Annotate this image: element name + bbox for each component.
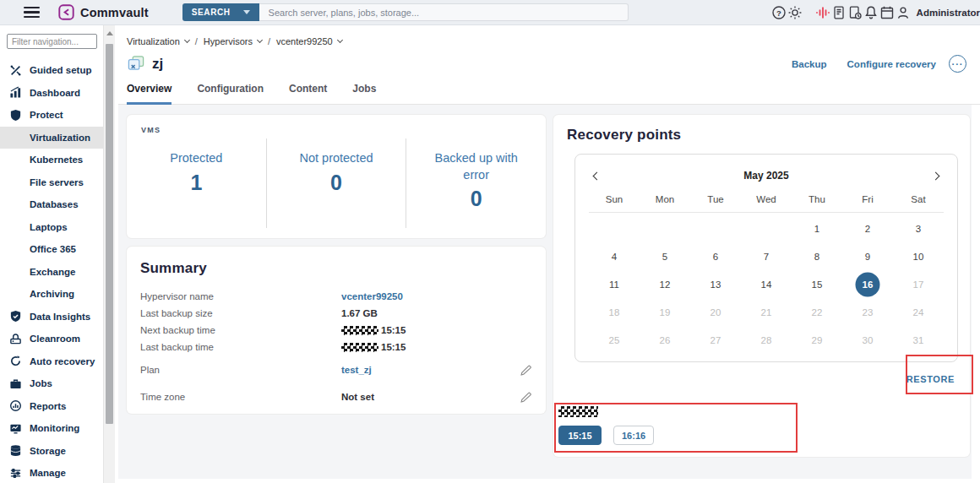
breadcrumb-item-virtualization[interactable]: Virtualization xyxy=(127,36,189,46)
calendar-day-4[interactable]: 4 xyxy=(589,242,640,270)
tab-configuration[interactable]: Configuration xyxy=(197,83,264,105)
calendar-day-12[interactable]: 12 xyxy=(640,270,690,298)
calendar-day-empty xyxy=(690,214,741,242)
summary-row-value[interactable]: vcenter99250 xyxy=(341,291,403,301)
user-menu[interactable]: Administrator xyxy=(917,8,980,18)
sidebar-item-label: File servers xyxy=(30,177,84,187)
calendar-day-6[interactable]: 6 xyxy=(690,242,741,270)
tab-jobs[interactable]: Jobs xyxy=(352,83,376,105)
restore-button[interactable]: RESTORE xyxy=(906,374,955,384)
menu-icon[interactable] xyxy=(24,7,40,18)
tools-icon xyxy=(9,64,22,77)
sidebar-item-auto-recovery[interactable]: Auto recovery xyxy=(0,350,103,373)
sidebar-item-jobs[interactable]: Jobs xyxy=(0,372,103,395)
calendar-day-10[interactable]: 10 xyxy=(893,242,944,270)
sidebar-item-label: Reports xyxy=(30,401,66,411)
document-clock-icon[interactable] xyxy=(847,5,863,20)
configure-recovery-button[interactable]: Configure recovery xyxy=(847,59,936,69)
calendar-day-13[interactable]: 13 xyxy=(690,270,741,298)
calendar-day-7[interactable]: 7 xyxy=(741,242,792,270)
calendar-day-30: 30 xyxy=(842,326,893,354)
sidebar-item-reports[interactable]: Reports xyxy=(0,395,103,418)
sidebar-item-databases[interactable]: Databases xyxy=(0,193,103,216)
content-area: VMS Protected1Not protected0Backed up wi… xyxy=(118,105,972,479)
breadcrumb-item-vcenter99250[interactable]: vcenter99250 xyxy=(276,36,342,46)
calendar-day-29: 29 xyxy=(792,326,842,354)
sidebar-scrollbar-thumb[interactable] xyxy=(106,44,113,424)
sidebar-item-label: Databases xyxy=(30,199,79,209)
sidebar-item-label: Archiving xyxy=(30,289,74,299)
calendar-day-14[interactable]: 14 xyxy=(741,270,792,298)
summary-row-label: Next backup time xyxy=(140,325,341,335)
backup-button[interactable]: Backup xyxy=(792,59,827,69)
events-icon[interactable] xyxy=(879,5,895,20)
sidebar-item-file-servers[interactable]: File servers xyxy=(0,171,103,194)
sidebar-item-cleanroom[interactable]: Cleanroom xyxy=(0,328,103,350)
calendar-day-5[interactable]: 5 xyxy=(640,242,690,270)
sidebar-item-laptops[interactable]: Laptops xyxy=(0,216,103,239)
page-title: zj xyxy=(152,56,163,73)
sliders-icon xyxy=(9,467,22,480)
summary-row-value[interactable]: test_zj xyxy=(341,365,372,375)
calendar-day-2[interactable]: 2 xyxy=(842,214,893,242)
calendar-day-11[interactable]: 11 xyxy=(589,270,640,298)
tab-content[interactable]: Content xyxy=(289,83,327,105)
calendar-day-20: 20 xyxy=(690,298,741,326)
sidebar-item-label: Virtualization xyxy=(30,133,90,143)
sidebar-scrollbar[interactable] xyxy=(103,25,115,483)
sidebar-item-virtualization[interactable]: Virtualization xyxy=(0,127,103,149)
sidebar-item-dashboard[interactable]: Dashboard xyxy=(0,82,103,105)
calendar-day-3[interactable]: 3 xyxy=(893,214,944,242)
filter-navigation-input[interactable] xyxy=(7,34,97,49)
user-icon[interactable] xyxy=(896,5,911,20)
svg-text:?: ? xyxy=(776,8,781,17)
next-month-button[interactable] xyxy=(928,167,944,183)
prev-month-button[interactable] xyxy=(589,167,605,183)
calendar-day-16[interactable]: 16 xyxy=(842,270,893,298)
vms-stat-label: Protected xyxy=(170,150,222,167)
chevron-right-icon xyxy=(932,172,940,181)
more-actions-button[interactable] xyxy=(949,55,966,73)
global-search-input[interactable] xyxy=(259,3,629,21)
notifications-icon[interactable] xyxy=(863,5,879,20)
calendar-day-25: 25 xyxy=(589,326,640,354)
calendar-day-1[interactable]: 1 xyxy=(792,214,842,242)
breadcrumb-item-hypervisors[interactable]: Hypervisors xyxy=(204,36,262,46)
tab-overview[interactable]: Overview xyxy=(127,83,172,105)
sidebar-item-storage[interactable]: Storage xyxy=(0,440,103,463)
sidebar-item-label: Protect xyxy=(30,110,63,120)
sidebar-item-kubernetes[interactable]: Kubernetes xyxy=(0,149,103,171)
brand[interactable]: Commvault xyxy=(58,4,149,20)
calendar-day-empty xyxy=(741,214,792,242)
sidebar-nav: Guided setupDashboardProtectVirtualizati… xyxy=(0,59,103,483)
report-icon[interactable] xyxy=(831,5,847,20)
vms-card-label: VMS xyxy=(141,126,161,134)
sidebar-item-protect[interactable]: Protect xyxy=(0,104,103,127)
sidebar-item-monitoring[interactable]: Monitoring xyxy=(0,417,103,440)
help-icon[interactable]: ? xyxy=(771,5,787,20)
sidebar-item-archiving[interactable]: Archiving xyxy=(0,283,103,306)
vms-stat-value: 0 xyxy=(330,171,342,195)
search-dropdown-button[interactable]: SEARCH xyxy=(182,3,259,21)
calendar-day-15[interactable]: 15 xyxy=(792,270,842,298)
sidebar-item-exchange[interactable]: Exchange xyxy=(0,261,103,284)
edit-time-zone-button[interactable] xyxy=(520,391,532,404)
time-button-16-16[interactable]: 16:16 xyxy=(613,426,654,445)
summary-row-value: 15:15 xyxy=(341,342,406,352)
theme-icon[interactable] xyxy=(787,5,803,20)
sidebar-item-manage[interactable]: Manage xyxy=(0,462,103,483)
summary-row-label: Plan xyxy=(140,365,341,375)
time-button-15-15[interactable]: 15:15 xyxy=(558,426,602,445)
sidebar-item-office-365[interactable]: Office 365 xyxy=(0,238,103,261)
edit-plan-button[interactable] xyxy=(520,364,532,377)
calendar-day-9[interactable]: 9 xyxy=(842,242,893,270)
vms-stat-value: 0 xyxy=(471,187,482,211)
summary-row-last-backup-size: Last backup size1.67 GB xyxy=(140,305,532,322)
calendar: May 2025 SunMonTueWedThuFriSat 123456789… xyxy=(574,154,958,362)
sidebar-item-data-insights[interactable]: Data Insights xyxy=(0,306,103,328)
metrics-icon[interactable] xyxy=(815,5,830,20)
summary-rows: Hypervisor namevcenter99250Last backup s… xyxy=(140,288,532,405)
calendar-day-8[interactable]: 8 xyxy=(792,242,842,270)
hypervisor-icon xyxy=(127,55,145,73)
sidebar-item-guided-setup[interactable]: Guided setup xyxy=(0,59,103,82)
